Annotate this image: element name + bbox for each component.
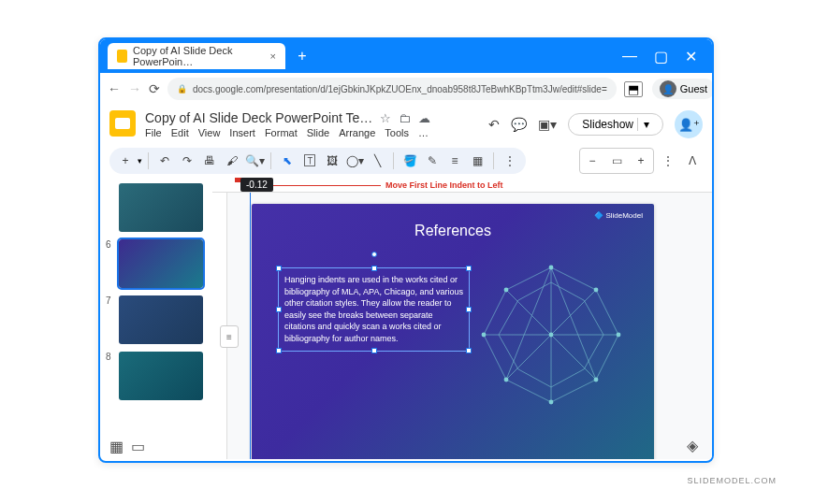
thumbnail-panel[interactable]: 6 7 8 <box>100 178 212 459</box>
print-icon[interactable]: 🖶 <box>199 151 220 171</box>
fill-icon[interactable]: 🪣 <box>400 151 420 171</box>
paint-format-icon[interactable]: 🖌 <box>222 151 242 171</box>
menu-more[interactable]: … <box>418 127 429 138</box>
share-button[interactable]: 👤⁺ <box>675 110 703 138</box>
redo-icon[interactable]: ↷ <box>177 151 197 171</box>
slidemodel-logo: 🔷 SlideModel <box>594 211 643 220</box>
image-icon[interactable]: 🖼 <box>322 151 342 171</box>
thumbnail-6[interactable] <box>119 239 203 288</box>
slide-canvas[interactable]: -0.12 Move First Line Indent to Left ≡ 🔷… <box>212 178 712 459</box>
menu-bar: File Edit View Insert Format Slide Arran… <box>145 127 479 138</box>
border-color-icon[interactable]: ✎ <box>422 151 443 171</box>
maximize-icon[interactable]: ▢ <box>654 48 668 65</box>
filmstrip-icon[interactable]: ▭ <box>131 438 145 455</box>
select-icon[interactable]: ⬉ <box>277 151 298 171</box>
menu-insert[interactable]: Insert <box>229 127 255 138</box>
back-icon[interactable]: ← <box>108 81 121 96</box>
text-box-selected[interactable]: Hanging indents are used in the works ci… <box>278 267 470 352</box>
more-toolbar-icon[interactable]: ⋮ <box>500 151 520 171</box>
textbox-icon[interactable]: 🅃 <box>299 151 320 171</box>
url-text: docs.google.com/presentation/d/1ejGbkinJ… <box>193 84 607 94</box>
star-icon[interactable]: ☆ <box>380 111 391 125</box>
text-content[interactable]: Hanging indents are used in the works ci… <box>284 274 463 345</box>
resize-handle[interactable] <box>466 266 472 271</box>
menu-tools[interactable]: Tools <box>385 127 409 138</box>
line-icon[interactable]: ╲ <box>367 151 387 171</box>
svg-point-16 <box>549 333 554 338</box>
thumbnail-8[interactable] <box>119 352 203 400</box>
zoom-in-icon[interactable]: + <box>631 151 651 171</box>
svg-point-10 <box>617 333 621 338</box>
close-window-icon[interactable]: ✕ <box>685 48 697 65</box>
slide[interactable]: 🔷 SlideModel References Hanging indents … <box>252 204 654 459</box>
slide-title[interactable]: References <box>252 223 654 239</box>
undo-icon[interactable]: ↶ <box>154 151 175 171</box>
menu-format[interactable]: Format <box>265 127 298 138</box>
content-area: 6 7 8 -0.12 Move First Line Indent to Le… <box>100 178 712 459</box>
shape-icon[interactable]: ◯▾ <box>344 151 365 171</box>
zoom-controls[interactable]: − ▭ + <box>579 148 654 174</box>
slides-favicon <box>117 50 127 63</box>
cloud-icon[interactable]: ☁ <box>418 111 430 125</box>
indent-tooltip: -0.12 <box>240 178 273 192</box>
guest-label: Guest <box>680 83 707 94</box>
menu-slide[interactable]: Slide <box>307 127 329 138</box>
browser-window: Copy of AI Slide Deck PowerPoin… × + — ▢… <box>98 37 714 463</box>
border-weight-icon[interactable]: ≡ <box>444 151 465 171</box>
install-icon[interactable]: ⬒ <box>624 81 643 97</box>
menu-view[interactable]: View <box>198 127 221 138</box>
resize-handle[interactable] <box>371 266 377 271</box>
zoom-out-icon[interactable]: − <box>582 151 603 171</box>
rotate-handle[interactable] <box>371 252 377 257</box>
svg-point-12 <box>549 400 554 405</box>
history-icon[interactable]: ↶ <box>488 117 500 132</box>
avatar-icon: 👤 <box>660 80 676 97</box>
menu-file[interactable]: File <box>145 127 162 138</box>
reload-icon[interactable]: ⟳ <box>149 81 160 96</box>
toolbar-kebab-icon[interactable]: ⋮ <box>658 151 678 171</box>
minimize-icon[interactable]: — <box>622 48 637 65</box>
address-bar: ← → ⟳ 🔒 docs.google.com/presentation/d/1… <box>100 73 712 105</box>
comment-icon[interactable]: 💬 <box>511 117 527 132</box>
doc-title[interactable]: Copy of AI Slide Deck PowerPoint Te… <box>145 110 372 125</box>
slideshow-dropdown-icon[interactable]: ▾ <box>637 118 649 131</box>
meet-icon[interactable]: ▣▾ <box>538 117 557 132</box>
explore-icon[interactable]: ◈ <box>682 435 703 455</box>
profile-chip[interactable]: 👤 Guest <box>652 79 714 99</box>
slides-logo-icon[interactable] <box>109 110 136 137</box>
border-dash-icon[interactable]: ▦ <box>467 151 487 171</box>
forward-icon[interactable]: → <box>128 81 141 96</box>
svg-line-7 <box>506 267 551 380</box>
thumbnail-7[interactable] <box>119 295 203 344</box>
menu-arrange[interactable]: Arrange <box>339 127 375 138</box>
move-icon[interactable]: 🗀 <box>399 111 411 125</box>
slideshow-button[interactable]: Slideshow ▾ <box>568 113 663 136</box>
doc-header: Copy of AI Slide Deck PowerPoint Te… ☆ 🗀… <box>100 105 712 144</box>
new-tab-button[interactable]: + <box>291 45 313 67</box>
svg-point-13 <box>504 378 509 382</box>
horizontal-ruler[interactable]: -0.12 Move First Line Indent to Left <box>212 178 712 193</box>
resize-handle[interactable] <box>276 348 282 353</box>
new-slide-button[interactable]: + <box>115 151 136 171</box>
watermark: SLIDEMODEL.COM <box>687 476 777 485</box>
menu-edit[interactable]: Edit <box>171 127 189 138</box>
hide-menus-icon[interactable]: ᐱ <box>682 151 703 171</box>
svg-point-15 <box>504 288 509 293</box>
thumbnail-5[interactable] <box>119 183 203 232</box>
resize-handle[interactable] <box>466 348 472 353</box>
resize-handle[interactable] <box>276 307 282 312</box>
lock-icon: 🔒 <box>177 84 187 94</box>
zoom-fit-icon[interactable]: ▭ <box>606 151 627 171</box>
annotation-arrow <box>269 185 381 186</box>
svg-point-9 <box>594 288 599 293</box>
url-field[interactable]: 🔒 docs.google.com/presentation/d/1ejGbki… <box>167 78 617 100</box>
resize-handle[interactable] <box>276 266 282 271</box>
resize-handle[interactable] <box>371 348 377 353</box>
close-tab-icon[interactable]: × <box>270 50 276 62</box>
resize-handle[interactable] <box>466 307 472 312</box>
speaker-notes-handle[interactable]: ≡ <box>220 325 239 348</box>
svg-point-11 <box>594 378 599 382</box>
browser-tab[interactable]: Copy of AI Slide Deck PowerPoin… × <box>108 43 285 69</box>
grid-view-icon[interactable]: ▦ <box>109 438 124 455</box>
zoom-icon[interactable]: 🔍▾ <box>244 151 265 171</box>
